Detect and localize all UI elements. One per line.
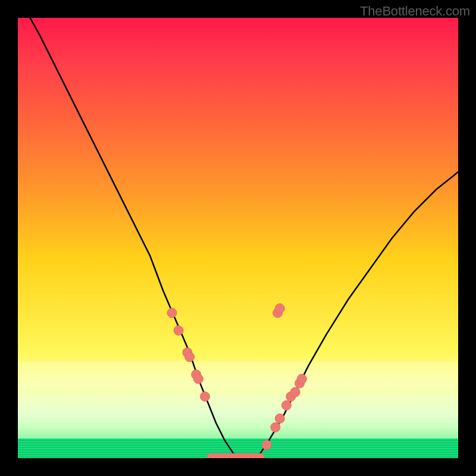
- data-marker: [297, 374, 306, 384]
- data-marker: [262, 440, 271, 450]
- data-marker: [167, 308, 177, 318]
- data-marker: [275, 303, 284, 313]
- chart-frame: TheBottleneck.com: [0, 0, 476, 476]
- data-marker: [281, 400, 291, 410]
- data-marker: [275, 414, 284, 423]
- watermark-text: TheBottleneck.com: [360, 4, 470, 19]
- marker-group: [167, 303, 306, 458]
- data-marker: [201, 392, 210, 401]
- data-marker: [290, 387, 300, 397]
- bottleneck-curve: [18, 18, 458, 458]
- plot-area: [18, 18, 458, 458]
- data-marker: [193, 374, 203, 384]
- chart-svg: [18, 18, 458, 458]
- data-marker: [174, 325, 183, 335]
- curve-group: [18, 18, 458, 458]
- data-marker: [185, 352, 195, 362]
- data-marker: [271, 422, 280, 432]
